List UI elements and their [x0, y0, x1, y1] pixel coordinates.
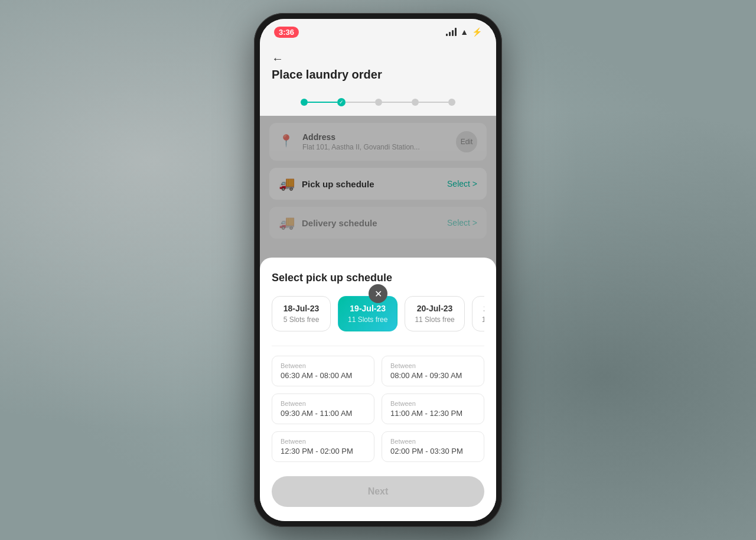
slots-text-0: 5 Slots free [282, 315, 321, 324]
slot-time-1: 08:00 AM - 09:30 AM [390, 371, 475, 380]
step-line-3 [382, 102, 412, 103]
time-slot-4[interactable]: Between 12:30 PM - 02:00 PM [272, 431, 374, 462]
date-card-2[interactable]: 20-Jul-23 11 Slots free [405, 296, 464, 331]
step-4 [412, 99, 419, 106]
slots-text-1: 11 Slots free [348, 315, 387, 324]
step-line-2 [346, 102, 375, 103]
slots-text-2: 11 Slots free [415, 315, 454, 324]
date-card-3[interactable]: 21-Jul-23 11 Slots free [472, 296, 484, 331]
slot-label-4: Between [281, 438, 366, 445]
sheet-title: Select pick up schedule [272, 272, 484, 284]
date-text-1: 19-Jul-23 [348, 304, 387, 313]
slot-time-2: 09:30 AM - 11:00 AM [281, 409, 366, 418]
stepper: ✓ [260, 89, 496, 116]
time-slot-3[interactable]: Between 11:00 AM - 12:30 PM [382, 393, 484, 424]
slot-time-5: 02:00 PM - 03:30 PM [390, 447, 475, 456]
main-content: 📍 Address Flat 101, Aastha II, Govandi S… [260, 116, 496, 521]
phone-screen: 3:36 ▲ ⚡ ← Place laundry order ✓ [260, 19, 496, 521]
divider [272, 346, 484, 346]
step-2: ✓ [337, 98, 346, 106]
slot-time-0: 06:30 AM - 08:00 AM [281, 371, 366, 380]
step-5 [448, 99, 455, 106]
app-header: ← Place laundry order [260, 45, 496, 89]
battery-icon: ⚡ [472, 27, 482, 37]
date-card-1[interactable]: 19-Jul-23 11 Slots free [338, 296, 397, 331]
status-icons: ▲ ⚡ [446, 27, 482, 37]
status-bar: 3:36 ▲ ⚡ [260, 19, 496, 45]
slot-label-0: Between [281, 362, 366, 369]
slot-label-5: Between [390, 438, 475, 445]
wifi-icon: ▲ [460, 27, 468, 37]
slots-text-3: 11 Slots free [482, 315, 484, 324]
step-line-1 [308, 102, 337, 103]
step-line-4 [419, 102, 448, 103]
signal-icon [446, 28, 457, 36]
phone-device: 3:36 ▲ ⚡ ← Place laundry order ✓ [254, 13, 502, 527]
slot-label-2: Between [281, 400, 366, 407]
close-modal-button[interactable]: ✕ [369, 284, 387, 303]
slot-time-3: 11:00 AM - 12:30 PM [390, 409, 475, 418]
time-slot-5[interactable]: Between 02:00 PM - 03:30 PM [382, 431, 484, 462]
slot-label-1: Between [390, 362, 475, 369]
date-text-0: 18-Jul-23 [282, 304, 321, 313]
date-text-3: 21-Jul-23 [482, 304, 484, 313]
time-slot-2[interactable]: Between 09:30 AM - 11:00 AM [272, 393, 374, 424]
status-time: 3:36 [274, 27, 299, 38]
slots-grid: Between 06:30 AM - 08:00 AM Between 08:0… [272, 356, 484, 471]
slot-time-4: 12:30 PM - 02:00 PM [281, 447, 366, 456]
page-title: Place laundry order [272, 68, 484, 82]
date-text-2: 20-Jul-23 [415, 304, 454, 313]
date-card-0[interactable]: 18-Jul-23 5 Slots free [272, 296, 331, 331]
step-3 [375, 99, 382, 106]
back-button[interactable]: ← [272, 52, 284, 66]
step-1 [301, 99, 308, 106]
close-icon: ✕ [374, 288, 382, 300]
next-button[interactable]: Next [272, 476, 484, 507]
time-slot-0[interactable]: Between 06:30 AM - 08:00 AM [272, 356, 374, 386]
slot-label-3: Between [390, 400, 475, 407]
time-slot-1[interactable]: Between 08:00 AM - 09:30 AM [382, 356, 484, 386]
modal-overlay: ✕ Select pick up schedule 18-Jul-23 5 Sl… [260, 116, 496, 521]
